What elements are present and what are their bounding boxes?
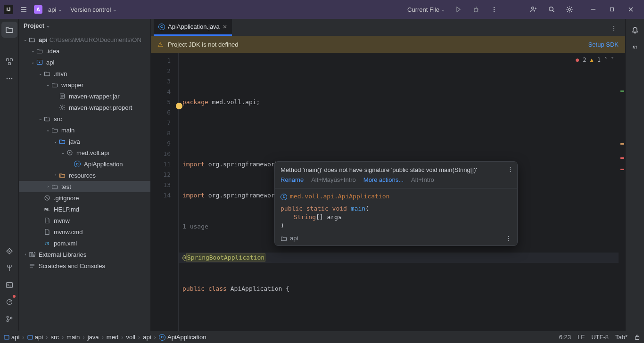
error-stripe[interactable] [619,53,625,331]
svg-point-3 [494,11,495,12]
breadcrumb-item[interactable]: voll [126,334,135,341]
window-restore-button[interactable] [603,0,621,19]
lib-icon [28,251,36,258]
more-tools-button[interactable] [1,71,17,87]
popup-doc: Cmed.voll.api.ApiApplication public stat… [275,192,517,235]
tree-row[interactable]: Scratches and Consoles [19,260,150,271]
minimize-icon [590,7,596,12]
more-run-button[interactable] [487,2,502,17]
tree-row[interactable]: mpom.xml [19,237,150,249]
class-icon: C [74,160,81,168]
popup-more-actions-link[interactable]: More actions... [363,176,404,183]
notifications-tool-button[interactable] [627,22,643,38]
project-tree[interactable]: ⌄apiC:\Users\MAURO\Documents\ON⌄.idea⌄ap… [19,32,150,331]
svg-rect-32 [28,335,33,339]
menu-icon [20,6,27,13]
structure-tool-button[interactable] [1,54,17,70]
problems-tool-button[interactable] [1,294,17,310]
error-icon: ● [576,55,579,65]
terminal-tool-button[interactable] [1,277,17,293]
code-token: void [332,205,351,212]
run-button[interactable] [451,2,466,17]
breadcrumbs[interactable]: api›api›src›main›java›med›voll›api›CApiA… [4,334,206,341]
debug-button[interactable] [469,2,484,17]
breadcrumb-item[interactable]: api [4,334,19,341]
popup-rename-link[interactable]: Rename [281,176,304,183]
tree-row[interactable]: ⌄java [19,136,150,147]
tree-row[interactable]: maven-wrapper.jar [19,90,150,102]
tree-row[interactable]: ⌄api [19,57,150,68]
window-close-button[interactable] [621,0,640,19]
popup-kebab-button[interactable]: ⋮ [507,165,513,172]
run-config-dropdown[interactable]: Current File ⌄ [405,5,448,14]
tree-row[interactable]: ›resources [19,170,150,181]
search-everywhere-button[interactable] [544,2,559,17]
svg-rect-26 [60,175,64,177]
git-branch-icon [6,315,13,323]
ignore-icon [43,194,51,202]
tree-row[interactable]: ⌄src [19,113,150,124]
project-panel-header[interactable]: Project ⌄ [19,19,150,32]
breadcrumb-separator: › [138,334,140,341]
sdk-notification-bar: ⚠ Project JDK is not defined Setup SDK [151,36,625,53]
mvn-icon: m [43,239,51,247]
code-token: ( [365,205,369,212]
tree-row[interactable]: ›External Libraries [19,249,150,260]
usage-hint[interactable]: 1 usage [182,223,208,230]
chevron-down-icon[interactable]: ˅ [611,55,614,65]
tab-close-button[interactable]: ✕ [223,24,227,30]
intention-popup: Method 'main()' does not have signature … [274,161,518,246]
svg-point-25 [69,152,71,154]
kebab-icon [491,6,497,13]
code-token: package [182,98,208,106]
main-menu-button[interactable] [16,2,31,17]
window-minimize-button[interactable] [584,0,603,19]
vcs-dropdown[interactable]: Version control ⌄ [67,5,119,14]
intention-bulb-icon[interactable] [176,103,182,109]
tree-row[interactable]: ⌄med.voll.api [19,147,150,158]
chevron-up-icon[interactable]: ˄ [604,55,607,65]
tree-row[interactable]: ⌄.idea [19,45,150,57]
gear-icon [58,104,66,111]
folder-icon [51,81,58,89]
project-tool-button[interactable] [1,22,17,38]
status-readonly-icon[interactable] [634,334,640,340]
tree-row[interactable]: ⌄main [19,124,150,136]
build-tool-button[interactable] [1,260,17,276]
svg-rect-31 [4,335,9,339]
editor-gutter[interactable]: 1234567891011121314 [151,53,178,331]
tree-row[interactable]: ›test [19,181,150,192]
maven-tool-button[interactable]: m [627,39,643,55]
editor-tab[interactable]: C ApiApplication.java ✕ [154,19,232,36]
tree-row[interactable]: maven-wrapper.propert [19,102,150,113]
tree-row-root[interactable]: ⌄apiC:\Users\MAURO\Documents\ON [19,34,150,45]
breadcrumb-item[interactable]: api [27,334,43,341]
svg-rect-7 [611,8,614,11]
tabs-kebab-button[interactable] [606,21,621,36]
tree-row[interactable]: mvnw [19,215,150,226]
tree-row[interactable]: ⌄.mvn [19,68,150,79]
breadcrumb-item[interactable]: api [143,334,151,341]
breadcrumb-item[interactable]: java [88,334,99,341]
breadcrumb-item[interactable]: src [50,334,58,341]
tree-row[interactable]: .gitignore [19,192,150,204]
popup-foot-kebab[interactable]: ⋮ [505,235,512,242]
tree-row[interactable]: M↓HELP.md [19,204,150,215]
class-icon: C [158,24,165,30]
services-tool-button[interactable] [1,243,17,259]
git-tool-button[interactable] [1,311,17,327]
tree-row[interactable]: mvnw.cmd [19,226,150,237]
tree-row[interactable]: CApiApplication [19,158,150,170]
search-icon [548,6,555,13]
tree-row[interactable]: ⌄wrapper [19,79,150,90]
settings-button[interactable] [562,2,577,17]
project-dropdown[interactable]: api ⌄ [45,5,65,14]
setup-sdk-link[interactable]: Setup SDK [588,41,619,48]
code-with-me-button[interactable] [526,2,541,17]
inspection-widget[interactable]: ●2 ▲1 ˄ ˅ [576,55,614,65]
svg-point-5 [549,7,553,11]
dial-icon [6,298,13,306]
svg-point-21 [39,62,41,63]
breadcrumb-item[interactable]: med [107,334,118,341]
breadcrumb-item[interactable]: main [66,334,80,341]
